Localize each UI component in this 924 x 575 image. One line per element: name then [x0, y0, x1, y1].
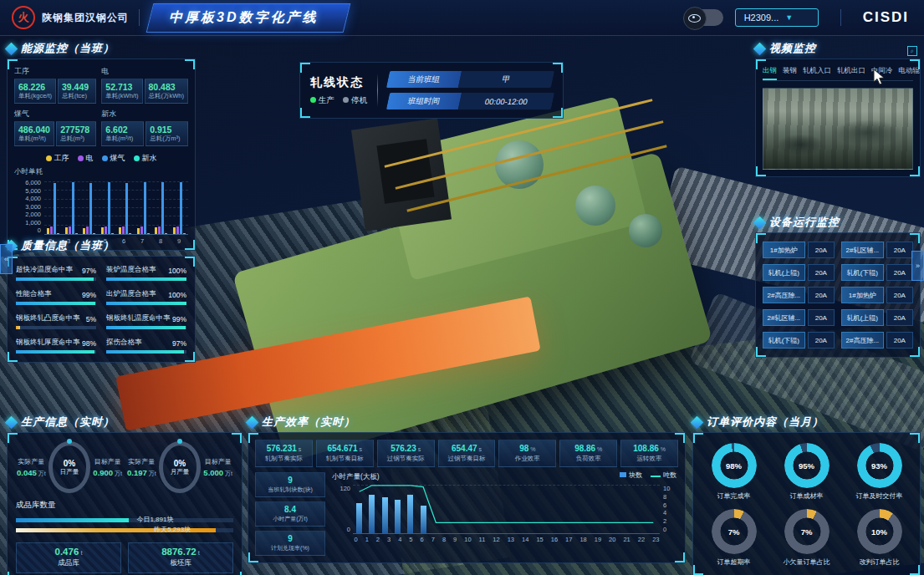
order-donut: 98%订单完成率: [700, 443, 768, 501]
energy-group-values: 68.226单耗(kgce/t)39.449总耗(tce): [14, 79, 96, 104]
efficiency-stat-card: 576.231 s轧制节奏实际: [255, 440, 313, 467]
energy-group: 新水6.602单耗(m³/t)0.915总耗(万m³): [101, 109, 188, 146]
equipment-item: 1#加热炉20A: [841, 287, 913, 303]
efficiency-stat-card: 654.671 s轧制节奏目标: [316, 440, 374, 467]
order-donut: 10%改判订单占比: [845, 509, 913, 567]
video-tab-1[interactable]: 出钢: [763, 66, 777, 80]
equipment-item: 轧机(上辊)20A: [841, 309, 913, 326]
status-row: 当前班组甲: [386, 71, 554, 88]
hourly-legend-icon: [620, 472, 626, 477]
order-donut: 93%订单及时交付率: [845, 443, 913, 501]
legend-label: 电: [86, 153, 94, 164]
y-tick-label: 4,000: [14, 195, 41, 202]
warehouse-card[interactable]: 0.476 t成品库: [16, 542, 121, 573]
quality-panel: 质量信息（当班） 超快冷温度命中率97%装炉温度合格率100%性能合格率99%出…: [7, 239, 196, 363]
equipment-item: 2#高压除...20A: [763, 287, 835, 303]
bar: [122, 226, 125, 234]
energy-unit: 单耗(m³/t): [18, 135, 50, 143]
status-dot-icon: [343, 97, 349, 103]
x-tick-label: 3: [387, 536, 391, 543]
bar: [101, 227, 104, 234]
energy-value: 68.226: [18, 82, 52, 92]
energy-panel: 能源监控（当班） 工序68.226单耗(kgce/t)39.449总耗(tce)…: [7, 42, 196, 251]
energy-cell: 80.483总耗(万kWh): [145, 79, 189, 104]
video-tab-3[interactable]: 轧机入口: [803, 66, 831, 80]
energy-cell: 6.602单耗(m³/t): [101, 121, 144, 146]
donut-value: 98%: [712, 443, 757, 488]
equipment-name-chip[interactable]: 2#轧区辅...: [841, 242, 884, 258]
bar: [158, 226, 161, 234]
gauge-actual-value: 0.197 万t: [125, 468, 159, 478]
equipment-item: 轧机(上辊)20A: [763, 264, 835, 281]
equipment-name-chip[interactable]: 2#高压除...: [841, 332, 884, 349]
equipment-name-chip[interactable]: 轧机(下辊): [841, 264, 884, 281]
efficiency-stat-value: 654.671 s: [318, 444, 372, 453]
video-tab-4[interactable]: 轧机出口: [837, 66, 865, 80]
tons-line: [353, 485, 660, 523]
expand-icon[interactable]: ⌕: [907, 46, 917, 56]
warehouse-card[interactable]: 8876.72 t板坯库: [128, 542, 233, 573]
equipment-item: 轧机(下辊)20A: [841, 264, 913, 281]
status-legend-label: 生产: [319, 95, 334, 104]
video-tab-2[interactable]: 装钢: [783, 66, 797, 80]
quality-value: 99%: [172, 315, 186, 323]
video-title: 视频监控: [769, 41, 816, 56]
status-row-value: 甲: [458, 71, 554, 88]
equipment-name-chip[interactable]: 轧机(下辊): [763, 332, 805, 349]
progress-track: [16, 350, 96, 354]
gauge-target-label: 目标产量: [201, 457, 235, 466]
gauge-actual: 实际产量0.045 万t: [14, 457, 48, 478]
quality-item: 出炉温度合格率100%: [106, 289, 186, 305]
bar: [86, 226, 89, 234]
equipment-name-chip[interactable]: 1#加热炉: [841, 287, 884, 303]
efficiency-stat-card: 108.86 %运转效率: [620, 440, 678, 467]
donut-value: 7%: [784, 509, 830, 554]
equipment-name-chip[interactable]: 2#轧区辅...: [763, 309, 805, 326]
energy-group: 工序68.226单耗(kgce/t)39.449总耗(tce): [14, 66, 96, 104]
legend-dot-icon: [134, 155, 140, 161]
equipment-name-chip[interactable]: 轧机(上辊): [763, 264, 805, 281]
gauge-actual-label: 实际产量: [125, 457, 159, 466]
equipment-name-chip[interactable]: 2#高压除...: [763, 287, 805, 303]
gauge-percent: 0%: [174, 459, 186, 468]
efficiency-side-value: 9: [256, 534, 324, 543]
quality-item: 钢板终轧凸度命中率5%: [16, 313, 96, 329]
equipment-name-chip[interactable]: 轧机(上辊): [841, 309, 884, 326]
heat-number-dropdown[interactable]: H2309... ▼: [735, 8, 819, 27]
x-tick-label: 20: [609, 536, 615, 543]
company-name: 陕钢集团汉钢公司: [42, 11, 129, 25]
collapse-left-button[interactable]: «: [0, 244, 13, 274]
x-tick-label: 22: [638, 536, 645, 543]
heat-number-value: H2309...: [744, 13, 779, 23]
hourly-legend-label: 块数: [629, 471, 642, 479]
quality-label: 探伤合格率: [106, 338, 142, 348]
energy-group-name: 电: [101, 66, 188, 77]
gauge-target-value: 5.000 万t: [201, 468, 235, 478]
bar: [137, 228, 140, 234]
y-tick-label: 6,000: [14, 179, 41, 186]
quality-value: 97%: [172, 339, 186, 348]
y-tick-label: 0: [332, 526, 350, 533]
progress-track: [106, 277, 186, 281]
energy-value: 52.713: [105, 82, 138, 92]
visibility-toggle[interactable]: [685, 9, 723, 26]
equipment-value-chip: 20A: [886, 264, 913, 281]
app-title: 中厚板3D数字化产线: [169, 9, 318, 27]
quality-value: 97%: [82, 267, 96, 275]
quality-item: 探伤合格率97%: [106, 338, 186, 354]
quality-label: 超快冷温度命中率: [16, 265, 73, 275]
efficiency-side-label: 小时产量(万t): [256, 515, 324, 523]
y-tick-label: 1,000: [14, 219, 41, 226]
x-tick-label: 19: [595, 536, 601, 543]
panel-icon: [691, 415, 704, 429]
warehouse-value: 0.476 t: [17, 547, 120, 557]
equipment-name-chip[interactable]: 1#加热炉: [763, 242, 805, 258]
collapse-right-button[interactable]: »: [911, 251, 924, 281]
x-tick-label: 8: [442, 536, 446, 543]
eye-icon: [683, 7, 707, 30]
camera-feed[interactable]: [763, 88, 913, 170]
progress-fill: [106, 350, 184, 354]
video-tab-6[interactable]: 电动辊: [899, 66, 921, 80]
donut-value: 93%: [857, 443, 902, 488]
x-tick-label: 15: [536, 536, 543, 543]
